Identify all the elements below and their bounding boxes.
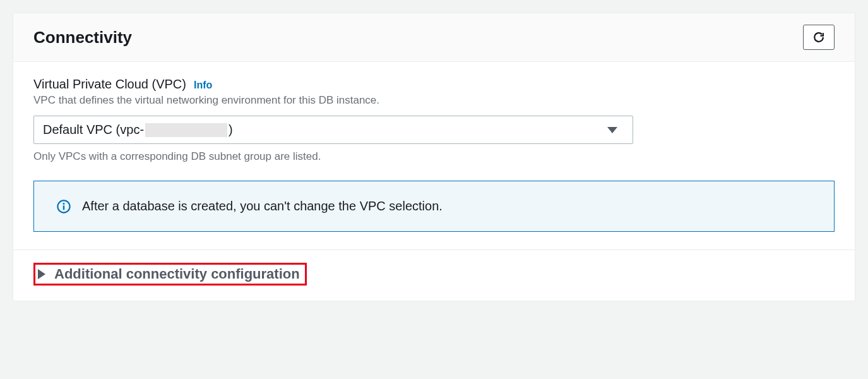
additional-connectivity-label: Additional connectivity configuration: [54, 266, 300, 282]
panel-header: Connectivity: [13, 13, 855, 62]
vpc-selected-suffix: ): [229, 123, 233, 137]
vpc-hint: Only VPCs with a corresponding DB subnet…: [33, 150, 835, 163]
connectivity-panel: Connectivity Virtual Private Cloud (VPC)…: [13, 13, 855, 301]
vpc-label: Virtual Private Cloud (VPC): [33, 77, 186, 92]
vpc-description: VPC that defines the virtual networking …: [33, 94, 835, 107]
vpc-label-row: Virtual Private Cloud (VPC) Info: [33, 77, 835, 92]
panel-body: Virtual Private Cloud (VPC) Info VPC tha…: [13, 62, 855, 250]
panel-title: Connectivity: [33, 28, 132, 47]
svg-rect-2: [63, 205, 64, 210]
refresh-button[interactable]: [803, 25, 835, 50]
refresh-icon: [812, 31, 825, 44]
additional-connectivity-section: Additional connectivity configuration: [13, 250, 855, 301]
chevron-right-icon: [38, 269, 45, 279]
svg-point-1: [62, 203, 64, 205]
additional-connectivity-toggle[interactable]: Additional connectivity configuration: [33, 263, 307, 286]
vpc-selected-prefix: Default VPC (vpc-: [43, 123, 144, 137]
vpc-alert-text: After a database is created, you can't c…: [82, 199, 443, 214]
vpc-id-redacted: [145, 123, 227, 137]
vpc-info-link[interactable]: Info: [194, 80, 212, 91]
vpc-info-alert: After a database is created, you can't c…: [33, 181, 835, 232]
chevron-down-icon: [607, 127, 617, 133]
vpc-select[interactable]: Default VPC (vpc- ): [33, 116, 633, 144]
vpc-selected-value: Default VPC (vpc- ): [43, 123, 233, 137]
info-icon: [57, 200, 71, 214]
